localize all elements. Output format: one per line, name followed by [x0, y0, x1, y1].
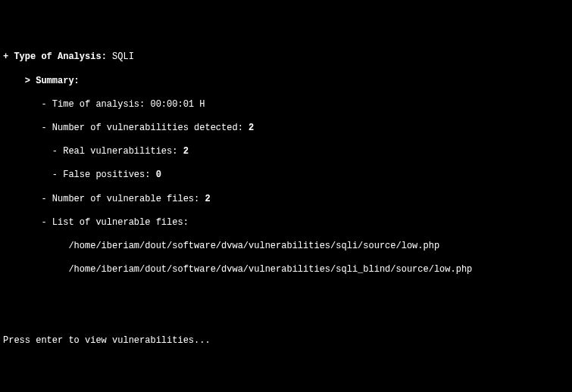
summary-real-label: - Real vulnerabilities:: [3, 146, 183, 157]
type-label: Type of Analysis:: [14, 51, 112, 62]
blank-1: [3, 288, 569, 300]
summary-nvuln-label: - Number of vulnerabilities detected:: [3, 123, 248, 133]
summary-nvuln-value: 2: [248, 123, 254, 133]
summary-nfiles: - Number of vulnerable files: 2: [3, 194, 569, 206]
summary-nfiles-label: - Number of vulnerable files:: [3, 194, 205, 204]
press-enter-prompt[interactable]: Press enter to view vulnerabilities...: [3, 335, 569, 347]
summary-file-1: /home/iberiam/dout/software/dvwa/vulnera…: [3, 241, 569, 253]
summary-nvuln: - Number of vulnerabilities detected: 2: [3, 123, 569, 135]
summary-time: - Time of analysis: 00:00:01 H: [3, 99, 569, 111]
summary-false-label: - False positives:: [3, 170, 156, 180]
plus-marker: +: [3, 51, 14, 62]
summary-false-value: 0: [156, 170, 161, 180]
summary-file-2: /home/iberiam/dout/software/dvwa/vulnera…: [3, 264, 569, 276]
analysis-type-header: + Type of Analysis: SQLI: [3, 51, 569, 64]
blank-2: [3, 311, 569, 323]
summary-list-title: - List of vulnerable files:: [3, 217, 569, 229]
summary-false: - False positives: 0: [3, 170, 569, 182]
summary-title: > Summary:: [3, 76, 569, 88]
blank-4: [3, 382, 569, 392]
summary-real-value: 2: [183, 146, 189, 157]
type-value: SQLI: [112, 51, 134, 62]
blank-3: [3, 359, 569, 371]
summary-nfiles-value: 2: [205, 194, 210, 204]
summary-real: - Real vulnerabilities: 2: [3, 146, 569, 158]
